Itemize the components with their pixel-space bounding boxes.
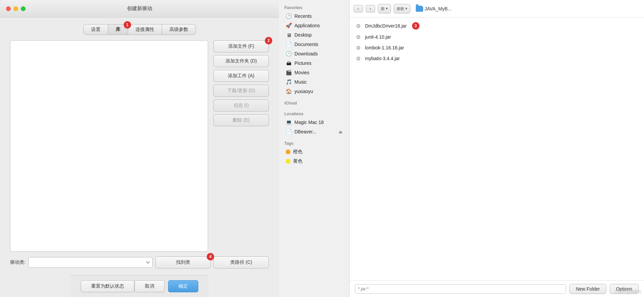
sidebar-item-magic-mac-label: Magic Mac 18 xyxy=(294,120,324,125)
path-label: JAVA_MyB... xyxy=(425,6,451,11)
bottom-row: 驱动类: 找到类 4 类路径 (C) xyxy=(10,256,269,268)
sidebar-item-dbeaver-label: DBeaver... xyxy=(294,129,316,134)
file-list: ⚙ DmJdbcDriver18.jar 3 ⚙ junit-4.10.jar … xyxy=(350,17,644,280)
file-item-1[interactable]: ⚙ junit-4.10.jar xyxy=(350,32,644,42)
find-class-badge: 4 xyxy=(207,253,214,260)
sidebar: Favorites 🕐 Recents 🚀 Applications 🖥 Des… xyxy=(279,0,350,297)
driver-select[interactable] xyxy=(28,257,153,268)
file-list-area: ‹ › ⊞ ▾ ⊞⊞ ▾ JAVA_MyB... ⚙ DmJdbcDriver1… xyxy=(350,0,644,297)
tab-connection[interactable]: 连接属性 xyxy=(128,24,162,35)
watermark: CSDN @我看到 xyxy=(615,289,641,294)
grid-icon: ⊞⊞ xyxy=(397,6,404,11)
titlebar: 创建新驱动 xyxy=(0,0,279,17)
maximize-button[interactable] xyxy=(21,6,26,11)
add-file-button[interactable]: 添加文件 (F) xyxy=(213,40,269,52)
filter-input[interactable] xyxy=(355,284,566,294)
classpath-button[interactable]: 类路径 (C) xyxy=(213,256,269,268)
download-update-button[interactable]: 下载/更新 (D) xyxy=(213,85,269,97)
sidebar-item-pictures[interactable]: 🏔 Pictures xyxy=(280,58,348,68)
sidebar-item-dbeaver[interactable]: 📄 DBeaver... ⏏ xyxy=(280,127,348,136)
file-item-2[interactable]: ⚙ lombok-1.16.16.jar xyxy=(350,42,644,53)
forward-button[interactable]: › xyxy=(366,5,375,12)
breadcrumb: JAVA_MyB... xyxy=(416,6,451,12)
jar-icon-0: ⚙ xyxy=(355,23,362,29)
sidebar-item-music[interactable]: 🎵 Music xyxy=(280,77,348,87)
new-folder-button[interactable]: New Folder xyxy=(569,284,606,294)
locations-label: Locations xyxy=(279,110,349,118)
folder-icon xyxy=(416,6,423,12)
add-file-wrap: 添加文件 (F) 2 xyxy=(213,40,269,52)
file-name-1: junit-4.10.jar xyxy=(365,34,391,40)
sidebar-item-recents-label: Recents xyxy=(294,13,312,19)
content-area: 添加文件 (F) 2 添加文件夹 (D) 添加工件 (A) 下载/更新 (D) … xyxy=(10,40,269,252)
cancel-button[interactable]: 取消 xyxy=(134,280,165,292)
sidebar-item-yuxiaoyu-label: yuxiaoyu xyxy=(294,89,313,94)
sidebar-item-applications-label: Applications xyxy=(294,23,320,28)
view-grid-dropdown-icon: ▾ xyxy=(405,6,407,11)
dialog-panel: 创建新驱动 设置 库 1 连接属性 高级参数 添加文件 (F) 2 添加文件夹 … xyxy=(0,0,279,297)
jar-icon-1: ⚙ xyxy=(355,34,362,40)
pictures-icon: 🏔 xyxy=(286,60,292,66)
sidebar-item-magic-mac[interactable]: 💻 Magic Mac 18 xyxy=(280,118,348,127)
computer-icon: 💻 xyxy=(286,119,292,125)
tab-library[interactable]: 库 1 xyxy=(108,24,128,35)
find-class-button[interactable]: 找到类 xyxy=(155,256,211,268)
sidebar-item-movies[interactable]: 🎬 Movies xyxy=(280,68,348,77)
sidebar-item-recents[interactable]: 🕐 Recents xyxy=(280,11,348,21)
file-name-3: mybatis-3.4.4.jar xyxy=(365,56,400,61)
sidebar-item-movies-label: Movies xyxy=(294,70,309,75)
sidebar-item-desktop-label: Desktop xyxy=(294,32,312,38)
back-button[interactable]: ‹ xyxy=(354,5,363,12)
applications-icon: 🚀 xyxy=(286,23,292,29)
info-button[interactable]: 信息 (I) xyxy=(213,99,269,112)
file-bottom-bar: New Folder Options xyxy=(350,280,644,297)
eject-icon[interactable]: ⏏ xyxy=(338,129,343,134)
sidebar-item-downloads[interactable]: 🕐 Downloads xyxy=(280,49,348,58)
find-class-wrap: 找到类 4 xyxy=(155,256,211,268)
sidebar-item-tag-yellow[interactable]: 黄色 xyxy=(280,157,348,166)
sidebar-item-applications[interactable]: 🚀 Applications xyxy=(280,21,348,30)
tag-orange-label: 橙色 xyxy=(293,149,303,155)
add-file-badge: 2 xyxy=(265,37,272,44)
sidebar-item-yuxiaoyu[interactable]: 🏠 yuxiaoyu xyxy=(280,87,348,96)
file-name-2: lombok-1.16.16.jar xyxy=(365,45,404,50)
sidebar-item-pictures-label: Pictures xyxy=(294,60,312,66)
file-badge-0: 3 xyxy=(412,22,419,30)
tab-library-badge: 1 xyxy=(124,21,131,29)
confirm-button[interactable]: 确定 xyxy=(168,280,198,292)
library-list[interactable] xyxy=(10,40,208,252)
sidebar-item-documents-label: Documents xyxy=(294,42,318,47)
driver-label: 驱动类: xyxy=(10,259,26,265)
traffic-lights xyxy=(6,6,26,11)
sidebar-item-downloads-label: Downloads xyxy=(294,51,318,56)
music-icon: 🎵 xyxy=(286,79,292,85)
reset-button[interactable]: 重置为默认状态 xyxy=(81,280,134,292)
browser-panel: Favorites 🕐 Recents 🚀 Applications 🖥 Des… xyxy=(279,0,644,297)
columns-icon: ⊞ xyxy=(381,6,385,11)
dialog-title: 创建新驱动 xyxy=(127,5,152,12)
home-icon: 🏠 xyxy=(286,88,292,94)
add-tool-button[interactable]: 添加工件 (A) xyxy=(213,70,269,82)
delete-button[interactable]: 删除 (E) xyxy=(213,114,269,126)
view-dropdown-icon: ▾ xyxy=(386,6,388,11)
file-toolbar: ‹ › ⊞ ▾ ⊞⊞ ▾ JAVA_MyB... xyxy=(350,0,644,17)
sidebar-item-tag-orange[interactable]: 橙色 xyxy=(280,147,348,157)
movies-icon: 🎬 xyxy=(286,70,292,76)
desktop-icon: 🖥 xyxy=(286,32,292,38)
footer: 重置为默认状态 取消 确定 xyxy=(71,275,208,297)
close-button[interactable] xyxy=(6,6,11,11)
documents-icon: 📄 xyxy=(286,41,292,47)
tab-advanced[interactable]: 高级参数 xyxy=(162,24,196,35)
view-grid-button[interactable]: ⊞⊞ ▾ xyxy=(394,4,410,13)
icloud-label: iCloud xyxy=(279,99,349,107)
file-item-0[interactable]: ⚙ DmJdbcDriver18.jar 3 xyxy=(350,20,644,32)
tag-dot-yellow xyxy=(286,159,290,164)
dialog-body: 设置 库 1 连接属性 高级参数 添加文件 (F) 2 添加文件夹 (D) 添加… xyxy=(0,17,279,275)
sidebar-item-documents[interactable]: 📄 Documents xyxy=(280,40,348,49)
sidebar-item-desktop[interactable]: 🖥 Desktop xyxy=(280,30,348,40)
view-columns-button[interactable]: ⊞ ▾ xyxy=(378,4,391,13)
minimize-button[interactable] xyxy=(13,6,18,11)
add-folder-button[interactable]: 添加文件夹 (D) xyxy=(213,55,269,67)
tab-settings[interactable]: 设置 xyxy=(83,24,108,35)
file-item-3[interactable]: ⚙ mybatis-3.4.4.jar xyxy=(350,53,644,64)
